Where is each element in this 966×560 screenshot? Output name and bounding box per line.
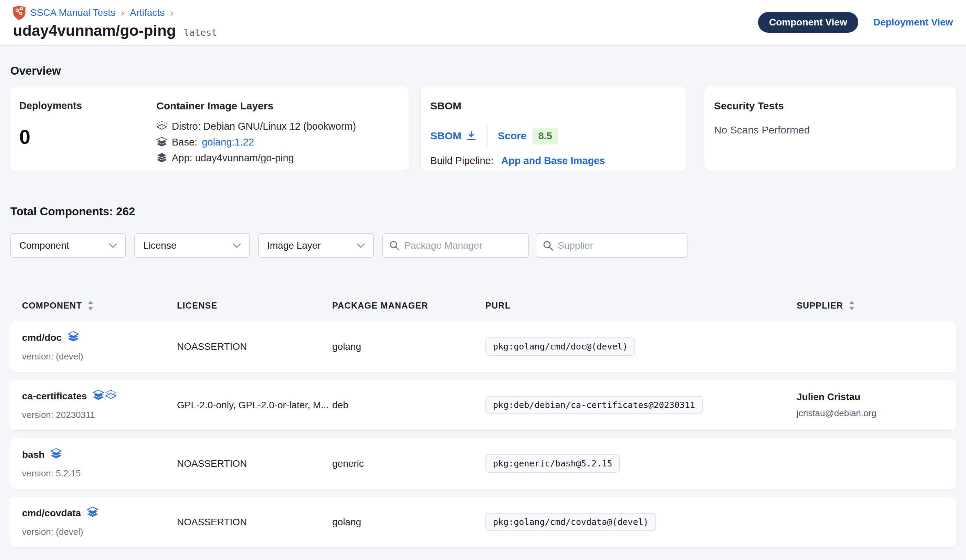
distro-layers-icon — [156, 121, 167, 132]
image-layers-title: Container Image Layers — [156, 100, 356, 112]
deployments-label: Deployments — [19, 100, 156, 111]
component-version: version: 5.2.15 — [22, 468, 177, 479]
supplier-search-input[interactable] — [558, 240, 680, 251]
license-filter-dropdown[interactable]: License — [134, 233, 250, 258]
component-name-line: bash — [22, 448, 177, 461]
license-cell: NOASSERTION — [177, 458, 332, 469]
breadcrumb-separator: › — [120, 7, 125, 18]
license-cell: GPL-2.0-only, GPL-2.0-or-later, M... — [177, 400, 332, 411]
layers-icon — [92, 390, 105, 401]
image-layer-filter-dropdown[interactable]: Image Layer — [258, 233, 374, 258]
supplier-cell: Julien Cristau jcristau@debian.org — [797, 391, 956, 419]
image-layers-list: Distro: Debian GNU/Linux 12 (bookworm) B… — [156, 121, 356, 164]
table-row[interactable]: cmd/doc version: (devel) NOASSERTION gol… — [10, 321, 956, 372]
app-layers-icon — [156, 153, 167, 164]
build-pipeline-label: Build Pipeline: — [430, 155, 494, 166]
column-header-package-manager: PACKAGE MANAGER — [332, 301, 485, 311]
column-header-supplier-label: SUPPLIER — [797, 301, 843, 311]
column-header-purl-label: PURL — [485, 301, 511, 311]
deployment-view-link[interactable]: Deployment View — [873, 17, 953, 28]
components-table-header: COMPONENT LICENSE PACKAGE MANAGER PURL S… — [10, 296, 956, 314]
layer-distro-text: Distro: Debian GNU/Linux 12 (bookworm) — [172, 121, 356, 132]
component-name: ca-certificates — [22, 391, 87, 402]
chevron-down-icon — [233, 243, 241, 248]
chevron-down-icon — [356, 243, 365, 248]
breadcrumb-link-ssca[interactable]: SSCA Manual Tests — [30, 7, 115, 18]
artifact-tag: latest — [184, 27, 217, 38]
component-cell: cmd/covdata version: (devel) — [22, 507, 177, 537]
sbom-download-link[interactable]: SBOM — [430, 130, 476, 142]
component-name-line: cmd/covdata — [22, 507, 177, 520]
layer-base-label: Base: — [172, 137, 197, 148]
table-row[interactable]: bash version: 5.2.15 NOASSERTION generic… — [10, 438, 956, 489]
component-cell: cmd/doc version: (devel) — [22, 331, 177, 362]
deployments-layers-card: Deployments 0 Container Image Layers Dis… — [10, 86, 409, 170]
package-manager-cell: golang — [332, 341, 485, 352]
component-filter-dropdown[interactable]: Component — [10, 233, 126, 258]
table-row[interactable]: cmd/covdata version: (devel) NOASSERTION… — [10, 497, 956, 547]
page-title: uday4vunnam/go-ping — [13, 22, 176, 39]
layers-dotted-icon — [105, 390, 117, 401]
component-layer-icons — [92, 390, 117, 403]
component-cell: ca-certificates version: 20230311 — [22, 390, 177, 420]
component-name: cmd/doc — [22, 332, 62, 343]
layers-icon — [50, 448, 62, 460]
sort-icon[interactable] — [849, 300, 855, 311]
component-version: version: (devel) — [22, 351, 177, 362]
sbom-score-row: SBOM Score 8.5 — [430, 125, 676, 147]
base-layers-icon — [156, 137, 167, 148]
layer-item-distro: Distro: Debian GNU/Linux 12 (bookworm) — [156, 121, 356, 132]
purl-pill: pkg:deb/debian/ca-certificates@20230311 — [485, 396, 703, 414]
layers-icon — [67, 331, 79, 343]
ssca-shield-icon — [13, 5, 25, 20]
build-pipeline-row: Build Pipeline: App and Base Images — [430, 155, 676, 167]
total-components-title: Total Components: 262 — [10, 205, 956, 218]
column-header-license-label: LICENSE — [177, 301, 217, 311]
component-layer-icons — [50, 448, 62, 461]
purl-pill: pkg:golang/cmd/doc@(devel) — [485, 337, 635, 356]
filters-bar: Component License Image Layer — [10, 233, 956, 258]
package-manager-search-input[interactable] — [404, 240, 522, 251]
license-cell: NOASSERTION — [177, 517, 332, 528]
column-header-supplier[interactable]: SUPPLIER — [797, 300, 956, 311]
vertical-divider — [487, 125, 488, 147]
layer-item-app: App: uday4vunnam/go-ping — [156, 152, 356, 164]
overview-section-title: Overview — [10, 64, 956, 77]
download-icon — [466, 131, 476, 141]
breadcrumb-separator: › — [169, 7, 174, 18]
overview-cards: Deployments 0 Container Image Layers Dis… — [10, 86, 956, 170]
component-name-line: ca-certificates — [22, 390, 177, 403]
component-layer-icons — [86, 507, 99, 520]
component-view-button[interactable]: Component View — [758, 12, 858, 33]
base-image-link[interactable]: golang:1.22 — [202, 137, 254, 148]
score-badge: 8.5 — [532, 128, 557, 144]
deployments-block: Deployments 0 — [19, 100, 156, 170]
component-layer-icons — [67, 331, 79, 344]
layer-item-base: Base: golang:1.22 — [156, 137, 356, 148]
chevron-down-icon — [109, 243, 117, 248]
sort-icon[interactable] — [87, 300, 94, 311]
column-header-component[interactable]: COMPONENT — [22, 300, 177, 311]
component-name: cmd/covdata — [22, 508, 81, 519]
supplier-search — [536, 233, 687, 258]
package-manager-search — [382, 233, 529, 258]
component-cell: bash version: 5.2.15 — [22, 448, 177, 479]
component-version: version: (devel) — [22, 527, 177, 537]
sbom-card: SBOM SBOM Score 8.5 Build Pipeline: App … — [421, 86, 686, 170]
image-layer-filter-label: Image Layer — [267, 240, 321, 251]
build-pipeline-link[interactable]: App and Base Images — [501, 155, 605, 166]
score-link[interactable]: Score — [498, 130, 526, 142]
license-filter-label: License — [143, 240, 177, 251]
purl-pill: pkg:generic/bash@5.2.15 — [485, 454, 620, 473]
layers-icon — [86, 507, 99, 518]
search-icon — [542, 240, 554, 251]
security-tests-status: No Scans Performed — [714, 124, 946, 136]
security-tests-card: Security Tests No Scans Performed — [704, 86, 956, 170]
component-name: bash — [22, 449, 44, 460]
table-row[interactable]: ca-certificates version: 20230311 GPL-2.… — [10, 380, 956, 430]
column-header-purl: PURL — [485, 301, 797, 311]
breadcrumb-link-artifacts[interactable]: Artifacts — [130, 7, 164, 18]
purl-pill: pkg:golang/cmd/covdata@(devel) — [485, 513, 656, 531]
components-table-body: cmd/doc version: (devel) NOASSERTION gol… — [10, 321, 956, 547]
sbom-download-label: SBOM — [430, 130, 461, 142]
